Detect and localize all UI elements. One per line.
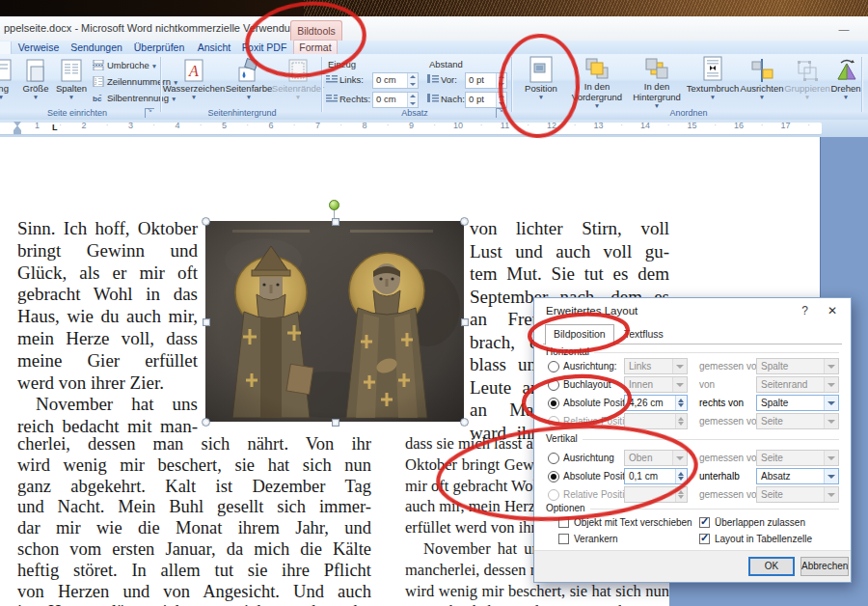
stepper-icon[interactable] [496, 73, 506, 88]
spacing-before-icon [427, 74, 439, 85]
tab-partial[interactable] [0, 41, 12, 54]
dropdown-field[interactable]: Innen [624, 376, 688, 393]
tab-textfluss[interactable]: Textfluss [616, 326, 671, 343]
radio-label: Ausrichtung [563, 453, 614, 463]
spalten-button[interactable]: Spalten ▼ [54, 56, 89, 108]
einzug-links-field[interactable]: 0 cm [372, 72, 419, 89]
text-line: Sinn. Ich hoff, Oktober [17, 218, 198, 239]
contextual-tab-group-bildtools[interactable]: Bildtools [290, 20, 342, 41]
chevron-down-icon [824, 451, 838, 465]
seitenfarbe-button[interactable]: Seitenfarbe ▼ [224, 56, 274, 108]
textumbruch-button[interactable]: Textumbruch ▼ [687, 56, 739, 108]
ruler[interactable]: 1·2·3·4·5·6·7·8·9·10·11·12·13·14·15·16·1… [0, 120, 868, 137]
resize-handle-se[interactable] [460, 418, 469, 427]
checkbox[interactable] [699, 517, 710, 528]
spin-field[interactable]: 0,1 cm [624, 468, 688, 484]
radio-button[interactable] [548, 471, 559, 482]
ausrichtung-button[interactable]: ung ▼ [0, 56, 15, 108]
text-line: meine Gier erfüllet [17, 350, 198, 372]
checkbox[interactable] [699, 534, 710, 544]
abstand-vor-field[interactable]: 0 pt [465, 72, 507, 89]
stepper-icon[interactable] [407, 93, 418, 107]
resize-handle-s[interactable] [332, 419, 339, 427]
tab-format[interactable]: Format [293, 40, 338, 55]
position-button[interactable]: Position ▼ [519, 56, 563, 108]
drehen-button[interactable]: Drehen ▼ [829, 56, 862, 108]
resize-handle-ne[interactable] [460, 217, 469, 226]
close-icon[interactable]: ✕ [827, 304, 837, 317]
umbrueche-button[interactable]: Umbrüche ▼ [93, 59, 157, 71]
dialog-launcher-icon[interactable] [496, 108, 505, 118]
minimize-button[interactable]: — [837, 27, 851, 35]
seitenraender-button[interactable]: Seitenränder ▼ [276, 56, 320, 108]
dropdown-field[interactable]: Links [624, 358, 688, 374]
measure-label: gemessen von [699, 453, 762, 463]
spin-field[interactable]: 4,26 cm [624, 395, 688, 411]
cancel-button[interactable]: Abbrechen [800, 557, 849, 576]
dropdown-field[interactable]: Absatz [756, 468, 839, 484]
ausrichten-button[interactable]: Ausrichten ▼ [741, 56, 783, 108]
dropdown-field[interactable]: Seite [756, 486, 839, 503]
help-icon[interactable]: ? [801, 304, 808, 317]
resize-handle-sw[interactable] [202, 418, 210, 427]
dropdown-field[interactable]: Spalte [756, 395, 839, 411]
stepper-icon[interactable] [675, 487, 687, 502]
spacing-after-icon [427, 94, 439, 104]
spin-field[interactable] [624, 486, 688, 503]
in-den-vordergrund-button[interactable]: In den Vordergrund ▼ [569, 56, 625, 108]
text-line: von lichter Stirn, voll [470, 218, 669, 239]
groesse-button[interactable]: Größe ▼ [19, 56, 52, 108]
radio-button[interactable] [548, 398, 559, 409]
dropdown-field[interactable]: Seite [756, 413, 839, 429]
resize-handle-nw[interactable] [202, 217, 210, 226]
abstand-label: Abstand [429, 59, 463, 69]
radio-button[interactable] [548, 361, 559, 372]
measure-label: gemessen von [699, 361, 762, 372]
text-line: und Nacht. Mein Buhl gesellt sich immer- [17, 497, 371, 517]
left-column-text-full[interactable]: cherlei, dessen man sich nährt. Von ihrw… [17, 434, 371, 606]
tab-stop-marker[interactable]: L [52, 123, 58, 133]
checkbox[interactable] [558, 517, 569, 528]
ok-button[interactable]: OK [748, 557, 795, 576]
dropdown-field[interactable]: Seite [756, 450, 839, 466]
dropdown-field[interactable]: Oben [624, 450, 688, 466]
tab-bildposition[interactable]: Bildposition [545, 324, 614, 345]
resize-handle-n[interactable] [332, 218, 339, 226]
group-objects-icon [795, 56, 820, 83]
tab-verweise[interactable]: Verweise [15, 41, 62, 54]
spin-field[interactable] [624, 413, 688, 429]
chevron-down-icon: ▼ [246, 95, 252, 100]
indent-marker[interactable] [14, 122, 22, 134]
rotate-handle[interactable] [329, 200, 339, 210]
dropdown-field[interactable]: Seitenrand [756, 376, 839, 393]
einzug-rechts-field[interactable]: 0 cm [372, 92, 419, 108]
tab-sendungen[interactable]: Sendungen [69, 41, 123, 54]
stepper-icon[interactable] [675, 414, 687, 428]
text-line: im Herzen lässt sich nun nichts mehr seh… [17, 602, 371, 606]
tab-ueberpruefen[interactable]: Überprüfen [131, 41, 187, 54]
radio-button[interactable] [548, 453, 559, 464]
gruppieren-button[interactable]: Gruppieren ▼ [785, 56, 829, 108]
resize-handle-e[interactable] [461, 318, 469, 326]
radio-button[interactable] [548, 489, 559, 501]
stepper-icon[interactable] [675, 396, 687, 410]
checkbox[interactable] [558, 534, 569, 544]
selected-picture[interactable] [205, 221, 464, 422]
radio-button[interactable] [548, 416, 559, 427]
group-separator [321, 57, 323, 112]
left-column-text[interactable]: Sinn. Ich hoff, Oktoberbringt Gewinn und… [17, 218, 198, 438]
tab-ansicht[interactable]: Ansicht [193, 41, 235, 54]
dropdown-field[interactable]: Spalte [756, 358, 839, 374]
in-den-hintergrund-button[interactable]: In den Hintergrund ▼ [629, 56, 685, 108]
tab-foxit-pdf[interactable]: Foxit PDF [239, 41, 289, 54]
radio-button[interactable] [548, 379, 559, 391]
wasserzeichen-button[interactable]: A Wasserzeichen ▼ [166, 56, 222, 108]
dialog-row: Absolute Position0,1 cmunterhalbAbsatz [534, 469, 851, 486]
resize-handle-w[interactable] [203, 318, 210, 326]
dialog-launcher-icon[interactable] [145, 108, 154, 118]
chevron-down-icon [824, 359, 838, 373]
stepper-icon[interactable] [407, 73, 418, 88]
einzug-rechts-label: Rechts: [339, 94, 370, 104]
stepper-icon[interactable] [496, 93, 506, 107]
stepper-icon[interactable] [675, 469, 687, 483]
